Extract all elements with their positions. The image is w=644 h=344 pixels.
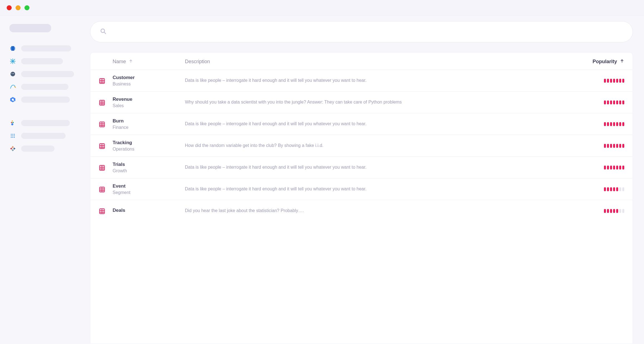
- table-icon: [99, 142, 113, 149]
- sidebar-item[interactable]: [9, 132, 76, 139]
- sidebar-item-label-placeholder: [21, 71, 74, 77]
- popularity-dot: [607, 166, 609, 169]
- row-subtitle: Finance: [113, 125, 179, 130]
- row-popularity: [583, 209, 624, 213]
- search-input[interactable]: [112, 29, 623, 35]
- sidebar-item-label-placeholder: [21, 97, 70, 103]
- popularity-dot: [619, 79, 621, 83]
- sort-arrow-up-icon: [129, 59, 133, 65]
- row-subtitle: Segment: [113, 190, 179, 195]
- popularity-dot: [616, 187, 618, 191]
- table-row[interactable]: TrackingOperationsHow did the random var…: [90, 135, 633, 156]
- table-icon: [99, 207, 113, 215]
- row-description: Did you hear the last joke about the sta…: [185, 208, 583, 214]
- sidebar-item[interactable]: [9, 96, 76, 103]
- row-subtitle: Operations: [113, 147, 179, 152]
- row-popularity: [583, 144, 624, 148]
- column-header-popularity-label: Popularity: [593, 59, 617, 65]
- sidebar-item-label-placeholder: [21, 58, 63, 64]
- sidebar-item-label-placeholder: [21, 84, 68, 90]
- popularity-dot: [619, 166, 621, 169]
- sidebar-item[interactable]: [9, 58, 76, 65]
- row-popularity: [583, 100, 624, 104]
- popularity-dot: [616, 209, 618, 213]
- search-bar[interactable]: [90, 21, 633, 42]
- main-content: Name Description Popularity CustomerB: [83, 16, 644, 344]
- popularity-dot: [610, 209, 612, 213]
- popularity-dot: [622, 209, 624, 213]
- popularity-dot: [616, 79, 618, 83]
- sidebar-item[interactable]: [9, 120, 76, 126]
- popularity-dot: [607, 187, 609, 191]
- tableau-icon: [9, 145, 16, 152]
- sidebar-item[interactable]: [9, 45, 76, 52]
- window-minimize-button[interactable]: [16, 5, 21, 10]
- popularity-dot: [604, 100, 606, 104]
- mysql-icon: [9, 83, 16, 90]
- row-popularity: [583, 187, 624, 191]
- popularity-dot: [610, 144, 612, 148]
- row-popularity: [583, 79, 624, 83]
- looker-icon: [9, 120, 16, 126]
- window-close-button[interactable]: [7, 5, 12, 10]
- popularity-dot: [610, 122, 612, 126]
- table-header: Name Description Popularity: [90, 53, 633, 70]
- popularity-dot: [613, 79, 615, 83]
- sidebar-item[interactable]: [9, 71, 76, 77]
- search-icon: [100, 28, 106, 36]
- table-row[interactable]: RevenueSalesWhy should you take a data s…: [90, 91, 633, 113]
- popularity-dot: [616, 166, 618, 169]
- popularity-dot: [607, 100, 609, 104]
- popularity-dot: [607, 122, 609, 126]
- popularity-dot: [622, 122, 624, 126]
- row-title: Trials: [113, 162, 179, 167]
- sidebar-group-sources: [9, 45, 76, 103]
- popularity-dot: [607, 144, 609, 148]
- table-icon: [99, 186, 113, 193]
- row-description: Data is like people – interrogate it har…: [185, 186, 583, 192]
- window-zoom-button[interactable]: [24, 5, 29, 10]
- sidebar-item[interactable]: [9, 145, 76, 152]
- popularity-dot: [613, 100, 615, 104]
- column-header-name[interactable]: Name: [113, 59, 185, 65]
- table-icon: [99, 77, 113, 84]
- row-title: Customer: [113, 75, 179, 80]
- popularity-dot: [604, 209, 606, 213]
- row-title: Event: [113, 183, 179, 189]
- popularity-dot: [610, 187, 612, 191]
- table-row[interactable]: TrialsGrowthData is like people – interr…: [90, 156, 633, 178]
- sidebar-item[interactable]: [9, 83, 76, 90]
- column-header-name-label: Name: [113, 59, 126, 65]
- row-description: Why should you take a data scientist wit…: [185, 99, 583, 105]
- popularity-dot: [613, 166, 615, 169]
- row-description: Data is like people – interrogate it har…: [185, 77, 583, 83]
- popularity-dot: [610, 100, 612, 104]
- column-header-popularity[interactable]: Popularity: [583, 59, 624, 65]
- popularity-dot: [622, 100, 624, 104]
- table-icon: [99, 121, 113, 128]
- bigquery-icon: [9, 96, 16, 103]
- postgres-icon: [9, 71, 16, 77]
- row-subtitle: Growth: [113, 168, 179, 173]
- sidebar-item-label-placeholder: [21, 133, 66, 139]
- metabase-icon: [9, 132, 16, 139]
- column-header-description[interactable]: Description: [185, 59, 574, 65]
- row-description: Data is like people – interrogate it har…: [185, 164, 583, 170]
- popularity-dot: [619, 122, 621, 126]
- popularity-dot: [619, 209, 621, 213]
- popularity-dot: [616, 122, 618, 126]
- row-title: Deals: [113, 208, 179, 213]
- popularity-dot: [607, 209, 609, 213]
- table-icon: [99, 99, 113, 106]
- table-row[interactable]: EventSegmentData is like people – interr…: [90, 178, 633, 200]
- popularity-dot: [613, 144, 615, 148]
- table-row[interactable]: DealsDid you hear the last joke about th…: [90, 200, 633, 222]
- popularity-dot: [610, 79, 612, 83]
- sidebar-group-tools: [9, 120, 76, 152]
- table-row[interactable]: BurnFinanceData is like people – interro…: [90, 113, 633, 135]
- table-row[interactable]: CustomerBusinessData is like people – in…: [90, 70, 633, 91]
- row-title: Burn: [113, 118, 179, 124]
- redshift-icon: [9, 45, 16, 52]
- table-icon: [99, 164, 113, 171]
- row-subtitle: Sales: [113, 103, 179, 108]
